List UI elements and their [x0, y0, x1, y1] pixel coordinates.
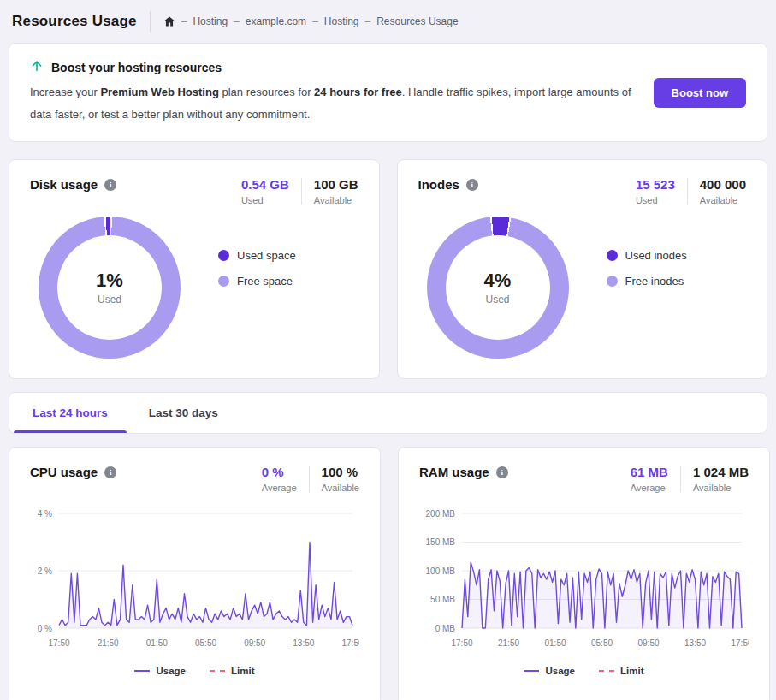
- used-inodes-dot: [607, 250, 618, 261]
- svg-text:09:50: 09:50: [637, 638, 659, 648]
- svg-text:50 MB: 50 MB: [430, 595, 455, 604]
- disk-used-stat: 0.54 GB Used: [241, 177, 289, 205]
- stat-divider: [309, 466, 310, 492]
- svg-text:13:50: 13:50: [293, 638, 314, 648]
- legend-usage[interactable]: Usage: [524, 666, 575, 676]
- svg-text:0 %: 0 %: [38, 624, 52, 633]
- ram-chart-legend: Usage Limit: [419, 666, 749, 676]
- svg-text:17:50: 17:50: [731, 638, 749, 648]
- chart-cards-row: CPU usage i 0 % Average 100 % Available: [9, 447, 767, 700]
- stat-divider: [301, 178, 302, 205]
- inodes-card: Inodes i 15 523 Used 400 000 Available: [397, 159, 768, 379]
- stat-divider: [680, 466, 681, 492]
- boost-banner: Boost your hosting resources Increase yo…: [9, 43, 767, 142]
- breadcrumb-item-domain[interactable]: example.com: [246, 15, 306, 27]
- disk-usage-donut-chart[interactable]: 1% Used: [39, 217, 181, 359]
- svg-text:0 MB: 0 MB: [435, 624, 456, 633]
- tab-last-30-days[interactable]: Last 30 days: [128, 393, 239, 433]
- svg-text:05:50: 05:50: [591, 638, 613, 648]
- svg-text:13:50: 13:50: [684, 638, 706, 648]
- svg-text:21:50: 21:50: [498, 638, 519, 648]
- period-tabs: Last 24 hours Last 30 days: [9, 392, 767, 434]
- breadcrumb-separator: –: [181, 15, 187, 27]
- breadcrumb: – Hosting – example.com – Hosting – Reso…: [163, 15, 459, 27]
- tab-last-24-hours[interactable]: Last 24 hours: [12, 393, 128, 433]
- ram-usage-title: RAM usage i: [419, 465, 508, 479]
- svg-text:200 MB: 200 MB: [426, 509, 456, 519]
- breadcrumb-separator: –: [234, 15, 240, 27]
- ram-usage-stats: 61 MB Average 1 024 MB Available: [631, 465, 749, 493]
- boost-banner-text: Boost your hosting resources Increase yo…: [30, 59, 637, 126]
- breadcrumb-separator: –: [312, 15, 318, 27]
- legend-item-free-inodes: Free inodes: [607, 275, 687, 288]
- cpu-usage-card: CPU usage i 0 % Average 100 % Available: [9, 447, 381, 700]
- inodes-donut-legend: Used inodes Free inodes: [607, 249, 687, 359]
- legend-limit[interactable]: Limit: [599, 666, 643, 676]
- breadcrumb-separator: –: [365, 15, 371, 27]
- svg-text:4 %: 4 %: [38, 509, 52, 519]
- limit-dash-swatch: [599, 670, 614, 672]
- inodes-donut-center: 4% Used: [427, 217, 569, 359]
- boost-banner-title: Boost your hosting resources: [51, 61, 222, 74]
- legend-item-used-inodes: Used inodes: [607, 249, 687, 262]
- cpu-usage-title: CPU usage i: [30, 465, 116, 479]
- free-space-dot: [218, 276, 229, 287]
- breadcrumb-item-hosting[interactable]: Hosting: [193, 15, 228, 27]
- svg-text:100 MB: 100 MB: [426, 567, 456, 576]
- svg-text:17:50: 17:50: [341, 638, 359, 648]
- inodes-available-stat: 400 000 Available: [700, 177, 746, 205]
- disk-usage-card: Disk usage i 0.54 GB Used 100 GB Availab…: [9, 159, 380, 379]
- cpu-average-stat: 0 % Average: [262, 465, 297, 493]
- info-icon[interactable]: i: [466, 179, 478, 191]
- svg-text:17:50: 17:50: [48, 638, 69, 648]
- disk-donut-center: 1% Used: [39, 217, 181, 359]
- disk-donut-legend: Used space Free space: [218, 249, 296, 359]
- used-space-dot: [218, 250, 229, 261]
- ram-average-stat: 61 MB Average: [631, 465, 668, 493]
- disk-usage-stats: 0.54 GB Used 100 GB Available: [241, 177, 358, 205]
- cpu-usage-stats: 0 % Average 100 % Available: [262, 465, 359, 493]
- disk-usage-title: Disk usage i: [30, 177, 116, 192]
- svg-text:09:50: 09:50: [244, 638, 265, 648]
- svg-text:01:50: 01:50: [146, 638, 168, 648]
- svg-text:2 %: 2 %: [38, 567, 52, 576]
- svg-text:17:50: 17:50: [451, 638, 472, 648]
- svg-text:01:50: 01:50: [544, 638, 566, 648]
- svg-text:05:50: 05:50: [195, 638, 216, 648]
- info-icon[interactable]: i: [496, 466, 508, 478]
- info-icon[interactable]: i: [104, 466, 116, 478]
- svg-text:150 MB: 150 MB: [426, 537, 456, 547]
- disk-available-stat: 100 GB Available: [314, 177, 358, 205]
- boost-banner-description: Increase your Premium Web Hosting plan r…: [30, 81, 637, 126]
- inodes-title: Inodes i: [418, 177, 478, 192]
- usage-cards-row: Disk usage i 0.54 GB Used 100 GB Availab…: [9, 159, 767, 379]
- svg-text:21:50: 21:50: [98, 638, 119, 648]
- inodes-used-stat: 15 523 Used: [636, 177, 675, 205]
- resources-usage-page: Resources Usage – Hosting – example.com …: [0, 0, 776, 700]
- breadcrumb-item-current[interactable]: Resources Usage: [376, 15, 458, 27]
- info-icon[interactable]: i: [104, 179, 116, 191]
- limit-dash-swatch: [210, 670, 225, 672]
- boost-now-button[interactable]: Boost now: [654, 78, 746, 108]
- page-header: Resources Usage – Hosting – example.com …: [12, 9, 766, 34]
- cpu-available-stat: 100 % Available: [322, 465, 359, 493]
- ram-usage-card: RAM usage i 61 MB Average 1 024 MB Avail…: [398, 447, 770, 700]
- usage-line-swatch: [134, 670, 150, 672]
- ram-available-stat: 1 024 MB Available: [693, 465, 749, 493]
- home-icon[interactable]: [163, 15, 175, 27]
- usage-line-swatch: [524, 670, 539, 672]
- inodes-stats: 15 523 Used 400 000 Available: [636, 177, 746, 205]
- arrow-up-icon: [30, 59, 44, 76]
- ram-usage-line-chart[interactable]: 0 MB50 MB100 MB150 MB200 MB17:5021:5001:…: [419, 498, 749, 656]
- legend-usage[interactable]: Usage: [134, 666, 186, 676]
- cpu-usage-line-chart[interactable]: 0 %2 %4 %17:5021:5001:5005:5009:5013:501…: [30, 498, 359, 656]
- header-divider: [150, 11, 151, 32]
- stat-divider: [687, 178, 688, 205]
- free-inodes-dot: [607, 276, 618, 287]
- legend-item-free-space: Free space: [218, 275, 296, 288]
- legend-limit[interactable]: Limit: [210, 666, 254, 676]
- cpu-chart-legend: Usage Limit: [30, 666, 359, 676]
- breadcrumb-item-hosting-2[interactable]: Hosting: [324, 15, 359, 27]
- inodes-donut-chart[interactable]: 4% Used: [427, 217, 569, 359]
- page-title: Resources Usage: [12, 13, 137, 30]
